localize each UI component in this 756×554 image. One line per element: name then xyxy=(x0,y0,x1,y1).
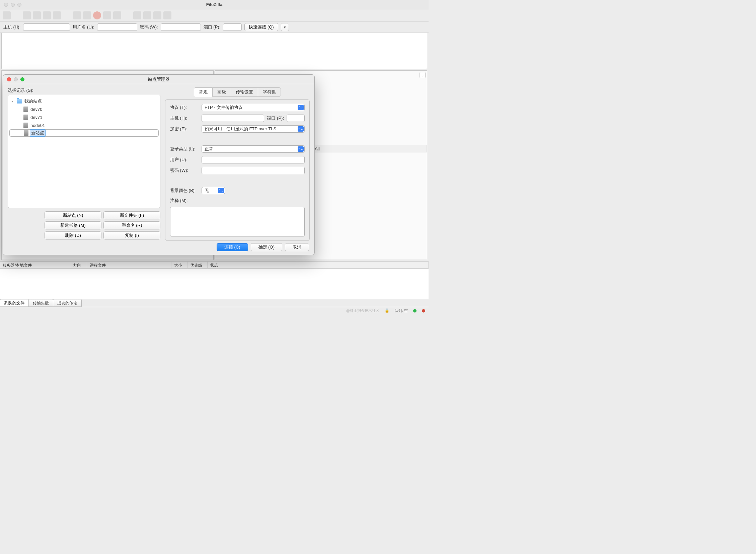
tree-item-label: 新站点 xyxy=(30,129,46,137)
toolbar-icon[interactable] xyxy=(113,11,121,19)
tree-item-label: dev70 xyxy=(30,107,43,112)
pass-label: 密码 (W): xyxy=(140,24,158,30)
chevron-updown-icon: ⌃⌄ xyxy=(218,188,224,193)
user-label: 用户 (U): xyxy=(170,157,199,163)
cancel-button[interactable]: 取消 xyxy=(285,243,309,251)
tab-charset[interactable]: 字符集 xyxy=(258,88,281,97)
tree-site-new[interactable]: 新站点 xyxy=(9,129,159,137)
toolbar-icon[interactable] xyxy=(53,11,61,19)
qcol-prio[interactable]: 优先级 xyxy=(187,262,208,268)
queue-status: 队列: 空 xyxy=(395,308,408,313)
qcol-remote[interactable]: 远程文件 xyxy=(87,262,171,268)
host-label: 主机 (H): xyxy=(170,115,199,121)
activity-led-recv xyxy=(413,309,416,313)
port-input[interactable] xyxy=(287,115,305,122)
toolbar-icon[interactable] xyxy=(43,11,51,19)
tree-item-label: dev71 xyxy=(30,115,43,120)
col-owner[interactable]: 所有者/组 xyxy=(300,145,427,152)
tab-advanced[interactable]: 高级 xyxy=(212,88,231,97)
tree-site-node01[interactable]: node01 xyxy=(9,121,159,129)
dialog-titlebar: 站点管理器 xyxy=(3,75,314,84)
queue-tabs: 列队的文件 传输失败 成功的传输 xyxy=(0,299,428,307)
chevron-down-icon[interactable]: ▾ xyxy=(11,100,15,103)
quickconnect-button[interactable]: 快速连接 (Q) xyxy=(244,23,278,31)
queue-body[interactable] xyxy=(0,269,428,299)
compare-icon[interactable] xyxy=(153,11,161,19)
qcol-status[interactable]: 状态 xyxy=(208,262,428,268)
expand-icon[interactable]: ⌄ xyxy=(419,72,425,78)
dialog-footer: 连接 (C) 确定 (O) 取消 xyxy=(3,239,314,255)
qcol-size[interactable]: 大小 xyxy=(171,262,187,268)
port-input[interactable] xyxy=(223,23,242,31)
delete-button[interactable]: 删除 (D) xyxy=(45,231,102,239)
select-entry-label: 选择记录 (S): xyxy=(8,88,160,94)
site-manager-icon[interactable] xyxy=(3,11,11,19)
bgcolor-select[interactable]: 无⌃⌄ xyxy=(201,187,225,194)
tree-site-dev70[interactable]: dev70 xyxy=(9,105,159,113)
chevron-updown-icon: ⌃⌄ xyxy=(298,146,304,152)
host-input[interactable] xyxy=(23,23,70,31)
comments-textarea[interactable] xyxy=(170,207,305,236)
qcol-server[interactable]: 服务器/本地文件 xyxy=(0,262,70,268)
new-site-button[interactable]: 新站点 (N) xyxy=(45,211,102,219)
logon-type-select[interactable]: 正常⌃⌄ xyxy=(201,145,305,153)
cancel-icon[interactable] xyxy=(93,11,101,19)
tab-transfer-settings[interactable]: 传输设置 xyxy=(231,88,258,97)
site-tree[interactable]: ▾ 我的站点 dev70 dev71 node01 xyxy=(8,95,160,208)
dialog-tabs: 常规 高级 传输设置 字符集 xyxy=(165,88,310,97)
pass-input[interactable] xyxy=(161,23,201,31)
main-titlebar: FileZilla xyxy=(0,0,428,9)
user-input[interactable] xyxy=(201,156,305,163)
watermark: @稀土掘金技术社区 xyxy=(346,308,379,313)
tree-site-dev71[interactable]: dev71 xyxy=(9,113,159,121)
new-folder-button[interactable]: 新文件夹 (F) xyxy=(104,211,160,219)
tab-successful-transfers[interactable]: 成功的传输 xyxy=(53,299,82,307)
status-bar: @稀土掘金技术社区 🔓 队列: 空 xyxy=(0,307,428,314)
host-label: 主机 (H): xyxy=(3,24,20,30)
app-title: FileZilla xyxy=(0,2,428,7)
password-label: 密码 (W): xyxy=(170,167,199,173)
encryption-label: 加密 (E): xyxy=(170,126,199,132)
main-toolbar xyxy=(0,9,428,21)
toolbar-icon[interactable] xyxy=(33,11,41,19)
filter-icon[interactable] xyxy=(133,11,141,19)
protocol-select[interactable]: FTP - 文件传输协议⌃⌄ xyxy=(201,104,305,111)
tree-folder-mysites[interactable]: ▾ 我的站点 xyxy=(9,97,159,105)
search-icon[interactable] xyxy=(143,11,151,19)
user-label: 用户名 (U): xyxy=(73,24,94,30)
port-label: 端口 (P): xyxy=(267,115,284,121)
user-input[interactable] xyxy=(97,23,137,31)
server-icon xyxy=(23,107,28,112)
comments-label: 注释 (M): xyxy=(170,198,199,204)
password-input[interactable] xyxy=(201,167,305,174)
message-log[interactable] xyxy=(1,33,427,69)
protocol-label: 协议 (T): xyxy=(170,105,199,111)
copy-button[interactable]: 复制 (I) xyxy=(104,231,160,239)
quickconnect-history-button[interactable]: ▼ xyxy=(281,23,289,31)
queue-headers: 服务器/本地文件 方向 远程文件 大小 优先级 状态 xyxy=(0,261,428,269)
rename-button[interactable]: 重命名 (R) xyxy=(104,221,160,229)
new-bookmark-button[interactable]: 新建书签 (M) xyxy=(45,221,102,229)
toolbar-icon[interactable] xyxy=(103,11,111,19)
connect-button[interactable]: 连接 (C) xyxy=(217,243,248,251)
toolbar-icon[interactable] xyxy=(23,11,31,19)
encryption-select[interactable]: 如果可用，使用显式的 FTP over TLS⌃⌄ xyxy=(201,125,305,133)
server-icon xyxy=(24,130,28,136)
site-manager-dialog: 站点管理器 选择记录 (S): ▾ 我的站点 dev70 dev71 xyxy=(3,74,315,255)
tab-general[interactable]: 常规 xyxy=(194,88,213,97)
chevron-updown-icon: ⌃⌄ xyxy=(298,126,304,132)
port-label: 端口 (P): xyxy=(203,24,221,30)
quickconnect-bar: 主机 (H): 用户名 (U): 密码 (W): 端口 (P): 快速连接 (Q… xyxy=(0,21,428,33)
process-icon[interactable] xyxy=(83,11,91,19)
qcol-dir[interactable]: 方向 xyxy=(70,262,87,268)
folder-icon xyxy=(17,99,22,104)
tab-failed-transfers[interactable]: 传输失败 xyxy=(28,299,53,307)
binoculars-icon[interactable] xyxy=(163,11,171,19)
ok-button[interactable]: 确定 (O) xyxy=(251,243,282,251)
host-input[interactable] xyxy=(201,115,264,122)
refresh-icon[interactable] xyxy=(73,11,81,19)
tab-queued-files[interactable]: 列队的文件 xyxy=(0,299,29,307)
lock-icon: 🔓 xyxy=(385,309,389,313)
bgcolor-label: 背景颜色 (B) xyxy=(170,187,199,193)
chevron-updown-icon: ⌃⌄ xyxy=(298,105,304,110)
